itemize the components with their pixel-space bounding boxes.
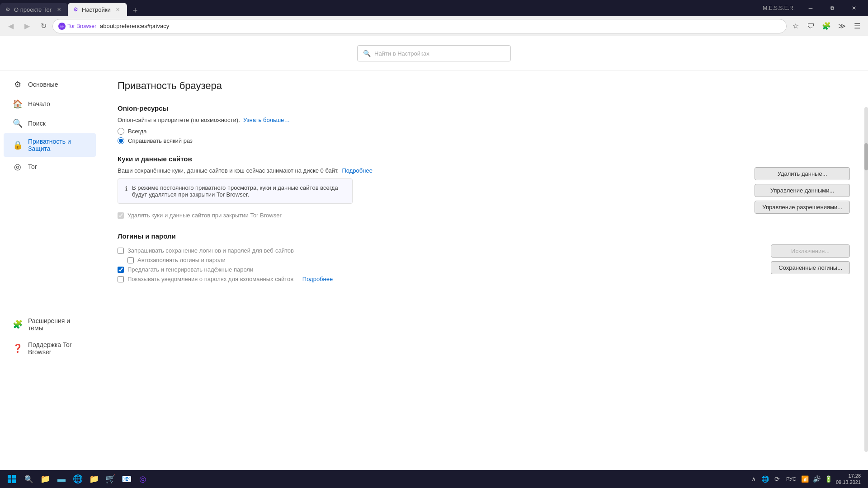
- info-icon: ℹ: [125, 185, 127, 192]
- onion-always-option[interactable]: Всегда: [118, 128, 850, 135]
- breach-learn-more-link[interactable]: Подробнее: [302, 276, 333, 282]
- sidebar-item-extensions[interactable]: 🧩 Расширения и темы: [4, 313, 96, 336]
- onion-ask-radio[interactable]: [118, 137, 124, 144]
- settings-search-box[interactable]: 🔍 Найти в Настройках: [357, 45, 511, 61]
- cookies-section: Куки и данные сайтов Ваши сохранённые ку…: [118, 155, 850, 221]
- content-area: Приватность браузера Onion-ресурсы Onion…: [99, 71, 868, 470]
- taskbar-tray: ∧ 🌐 ⟳ РУС 📶 🔊 🔋 17:28 09.13.2021: [749, 473, 864, 486]
- manage-data-btn[interactable]: Управление данными...: [755, 184, 850, 197]
- back-btn[interactable]: ◀: [4, 19, 18, 33]
- gear-icon: ⚙: [13, 80, 23, 89]
- sidebar-item-home-label: Начало: [28, 100, 50, 108]
- onion-always-label: Всегда: [128, 128, 146, 135]
- cookies-clear-checkbox-item[interactable]: Удалять куки и данные сайтов при закрыти…: [118, 212, 744, 219]
- sidebar-item-general-label: Основные: [28, 81, 58, 88]
- address-bar[interactable]: ◎ Tor Browser: [52, 19, 787, 33]
- tray-battery-icon[interactable]: 🔋: [824, 474, 833, 483]
- breach-checkbox-item[interactable]: Показывать уведомления о паролях для взл…: [118, 276, 760, 282]
- sidebar-item-general[interactable]: ⚙ Основные: [4, 75, 96, 94]
- tray-clock[interactable]: 17:28 09.13.2021: [836, 473, 861, 486]
- reload-btn[interactable]: ↻: [36, 19, 51, 33]
- scrollbar[interactable]: [864, 107, 868, 452]
- sidebar-item-home[interactable]: 🏠 Начало: [4, 94, 96, 113]
- tab-settings-icon: ⚙: [73, 6, 78, 13]
- cookies-left: Ваши сохранённые куки, данные сайтов и к…: [118, 167, 744, 221]
- tab-settings-close-btn[interactable]: ✕: [114, 6, 122, 13]
- passwords-layout: Запрашивать сохранение логинов и паролей…: [118, 244, 850, 285]
- titlebar: ⚙ О проекте Tor ✕ ⚙ Настройки ✕ ＋ M.E.S.…: [0, 0, 868, 16]
- cookies-details-link[interactable]: Подробнее: [342, 167, 372, 174]
- restore-btn[interactable]: ⧉: [822, 0, 843, 16]
- taskbar-tor-icon[interactable]: ◎: [136, 472, 150, 486]
- tab-about-tor[interactable]: ⚙ О проекте Tor ✕: [0, 3, 68, 16]
- passwords-buttons: Исключения... Сохранённые логины...: [771, 244, 850, 274]
- breach-checkbox[interactable]: [118, 276, 124, 282]
- svg-rect-3: [12, 479, 16, 483]
- minimize-btn[interactable]: ─: [800, 0, 821, 16]
- onion-ask-label: Спрашивать всякий раз: [128, 137, 193, 144]
- autofill-label: Автозаполнять логины и пароли: [137, 257, 226, 263]
- sidebar-item-support[interactable]: ❓ Поддержка Tor Browser: [4, 337, 96, 360]
- taskbar-mail-icon[interactable]: 📧: [119, 472, 134, 486]
- delete-data-btn[interactable]: Удалить данные...: [755, 167, 850, 180]
- tab-close-btn[interactable]: ✕: [55, 6, 62, 13]
- sidebar-item-tor-label: Tor: [28, 163, 37, 170]
- bookmark-btn[interactable]: ☆: [788, 19, 803, 33]
- window-controls: ─ ⧉ ✕: [800, 0, 868, 16]
- ask-save-checkbox-item[interactable]: Запрашивать сохранение логинов и паролей…: [118, 247, 760, 254]
- ask-save-checkbox[interactable]: [118, 248, 124, 254]
- autofill-checkbox-item[interactable]: Автозаполнять логины и пароли: [127, 257, 760, 263]
- tray-sound-icon[interactable]: 🔊: [812, 474, 821, 483]
- onion-section-title: Onion-ресурсы: [118, 104, 850, 112]
- exceptions-btn[interactable]: Исключения...: [771, 244, 850, 258]
- onion-radio-group: Всегда Спрашивать всякий раз: [118, 128, 850, 144]
- tab-settings-label: Настройки: [82, 6, 111, 13]
- sidebar-item-search[interactable]: 🔍 Поиск: [4, 114, 96, 133]
- tray-wifi-icon[interactable]: 📶: [801, 474, 810, 483]
- saved-logins-btn[interactable]: Сохранённые логины...: [771, 261, 850, 274]
- taskbar-store-icon[interactable]: 🛒: [103, 472, 118, 486]
- cookies-clear-checkbox[interactable]: [118, 212, 124, 219]
- ask-save-label: Запрашивать сохранение логинов и паролей…: [127, 247, 294, 254]
- taskbar-file-explorer-icon[interactable]: 📁: [38, 472, 52, 486]
- tray-lang-icon[interactable]: РУС: [784, 474, 798, 483]
- taskbar-search-btn[interactable]: 🔍: [22, 472, 36, 486]
- cookies-info-box: ℹ В режиме постоянного приватного просмо…: [118, 178, 353, 204]
- onion-always-radio[interactable]: [118, 128, 124, 135]
- suggest-checkbox-item[interactable]: Предлагать и генерировать надёжные парол…: [118, 266, 760, 273]
- scrollbar-thumb[interactable]: [864, 143, 868, 170]
- nav-right-actions: ☆ 🛡 🧩 ≫ ☰: [788, 19, 864, 33]
- new-tab-btn[interactable]: ＋: [129, 4, 142, 16]
- sidebar-item-extensions-label: Расширения и темы: [28, 317, 87, 332]
- forward-btn[interactable]: ▶: [20, 19, 34, 33]
- passwords-section-title: Логины и пароли: [118, 232, 850, 240]
- autofill-checkbox[interactable]: [127, 257, 134, 263]
- extensions-icon: 🧩: [13, 319, 23, 329]
- breach-label: Показывать уведомления о паролях для взл…: [127, 276, 293, 282]
- tray-update-icon[interactable]: ⟳: [773, 474, 782, 483]
- lock-icon: 🔒: [13, 140, 23, 150]
- manage-perms-btn[interactable]: Управление разрешениями...: [755, 201, 850, 214]
- shield-btn[interactable]: 🛡: [804, 19, 818, 33]
- taskbar-folder-icon[interactable]: 📁: [87, 472, 101, 486]
- menu-btn[interactable]: ☰: [850, 19, 864, 33]
- close-btn[interactable]: ✕: [844, 0, 864, 16]
- taskbar-widgets-icon[interactable]: ▬: [54, 472, 69, 486]
- tab-settings[interactable]: ⚙ Настройки ✕: [68, 3, 127, 16]
- navbar: ◀ ▶ ↻ ◎ Tor Browser ☆ 🛡 🧩 ≫ ☰: [0, 16, 868, 36]
- address-input[interactable]: [100, 23, 781, 29]
- overflow-btn[interactable]: ≫: [835, 19, 849, 33]
- taskbar-browser-icon[interactable]: 🌐: [71, 472, 85, 486]
- search-nav-icon: 🔍: [13, 118, 23, 128]
- extension-btn[interactable]: 🧩: [819, 19, 834, 33]
- tray-chevron-icon[interactable]: ∧: [749, 474, 758, 483]
- suggest-checkbox[interactable]: [118, 267, 124, 273]
- sidebar-item-privacy[interactable]: 🔒 Приватность и Защита: [4, 133, 96, 157]
- sidebar-item-tor[interactable]: ◎ Tor: [4, 157, 96, 176]
- start-btn[interactable]: [4, 471, 20, 487]
- tab-label: О проекте Tor: [14, 6, 52, 13]
- onion-learn-more-link[interactable]: Узнать больше…: [243, 117, 290, 123]
- page-title: Приватность браузера: [118, 80, 850, 92]
- onion-ask-option[interactable]: Спрашивать всякий раз: [118, 137, 850, 144]
- tray-network-icon[interactable]: 🌐: [761, 474, 770, 483]
